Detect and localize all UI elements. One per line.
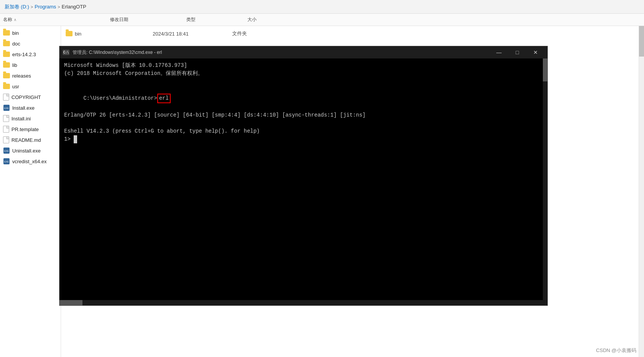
cmd-titlebar: C:\ 管理员: C:\Windows\system32\cmd.exe - e… [60, 46, 547, 58]
list-item[interactable]: README.md [0, 135, 61, 145]
breadcrumb-sep-2: > [58, 5, 60, 9]
folder-icon [3, 84, 10, 89]
file-name: usr [12, 84, 19, 89]
cmd-erlang-info: Erlang/OTP 26 [erts-14.2.3] [source] [64… [64, 111, 540, 119]
col-size-header[interactable]: 大小 [247, 16, 293, 23]
list-item[interactable]: EXE Uninstall.exe [0, 145, 61, 156]
folder-icon [3, 62, 10, 68]
file-name: lib [12, 62, 17, 68]
cmd-bottom-scrollbar-thumb [60, 300, 82, 305]
file-list: bin doc erts-14.2.3 lib releases [0, 26, 61, 357]
watermark: CSDN @小袁搬码 [596, 347, 636, 354]
folder-icon [66, 31, 73, 36]
cmd-output-line: Microsoft Windows [版本 10.0.17763.973] [64, 62, 540, 70]
folder-icon [3, 30, 10, 36]
list-item[interactable]: doc [0, 38, 61, 49]
file-icon [3, 126, 9, 133]
list-item[interactable]: COPYRIGHT [0, 92, 61, 102]
col-name-header[interactable]: 名称 ∧ [3, 16, 110, 23]
folder-icon [3, 52, 10, 57]
file-name: erts-14.2.3 [12, 52, 36, 57]
svg-text:EXE: EXE [4, 161, 9, 163]
cmd-output-line: (c) 2018 Microsoft Corporation。保留所有权利。 [64, 70, 540, 78]
breadcrumb-bar: 新加卷 (D:) > Programs > ErlangOTP [0, 0, 644, 14]
cmd-input-line: 1> [64, 135, 540, 143]
list-item[interactable]: PR.template [0, 124, 61, 135]
folder-icon [3, 41, 10, 46]
list-item[interactable]: releases [0, 70, 61, 81]
list-item[interactable]: EXE vcredist_x64.ex [0, 156, 61, 167]
cmd-title-text: 管理员: C:\Windows\system32\cmd.exe - erl [73, 49, 487, 56]
svg-text:EXE: EXE [4, 150, 9, 152]
file-name: bin [12, 30, 19, 36]
file-name: README.md [11, 137, 41, 143]
bin-name: bin [75, 31, 81, 37]
file-icon [3, 94, 9, 101]
cursor [74, 135, 77, 143]
cmd-prompt-text: C:\Users\Administrator> [83, 95, 157, 101]
folder-icon [3, 73, 10, 78]
list-item[interactable]: Install.ini [0, 113, 61, 124]
list-item[interactable]: bin [0, 28, 61, 38]
file-name: Install.ini [11, 116, 31, 122]
list-item[interactable]: lib [0, 60, 61, 70]
cmd-window: C:\ 管理员: C:\Windows\system32\cmd.exe - e… [59, 46, 548, 306]
column-headers: 名称 ∧ 修改日期 类型 大小 [0, 14, 644, 26]
close-button[interactable]: ✕ [527, 46, 544, 58]
cmd-body[interactable]: Microsoft Windows [版本 10.0.17763.973] (c… [60, 58, 547, 300]
cmd-output-line [64, 78, 540, 86]
svg-text:EXE: EXE [4, 107, 9, 109]
explorer-scrollbar[interactable] [639, 26, 644, 357]
erl-command: erl [157, 94, 171, 103]
file-name: PR.template [11, 127, 39, 132]
list-item[interactable]: erts-14.2.3 [0, 49, 61, 60]
list-item[interactable]: usr [0, 81, 61, 92]
cmd-bottom-scrollbar[interactable] [60, 300, 547, 305]
explorer-scrollbar-thumb [639, 26, 644, 57]
file-name: COPYRIGHT [11, 94, 41, 100]
bin-row: bin 2024/3/21 18:41 文件夹 [66, 28, 639, 39]
cmd-prompt-line: C:\Users\Administrator>erl [64, 86, 540, 111]
cmd-output-line [64, 119, 540, 127]
file-icon [3, 115, 9, 122]
breadcrumb-drive[interactable]: 新加卷 (D:) [5, 3, 29, 10]
file-icon [3, 136, 9, 143]
breadcrumb-current: ErlangOTP [62, 4, 86, 10]
file-name: Install.exe [12, 105, 35, 111]
col-type-header[interactable]: 类型 [186, 16, 247, 23]
cmd-app-icon: C:\ [63, 50, 69, 55]
minimize-button[interactable]: — [490, 46, 508, 58]
cmd-scrollbar[interactable] [543, 58, 547, 300]
file-name: Uninstall.exe [12, 148, 40, 154]
file-name: doc [12, 41, 20, 47]
file-name: releases [12, 73, 31, 79]
breadcrumb-programs[interactable]: Programs [35, 4, 56, 10]
maximize-button[interactable]: □ [508, 46, 526, 58]
breadcrumb-sep-1: > [31, 5, 33, 9]
cmd-scrollbar-thumb [543, 58, 547, 81]
list-item[interactable]: EXE Install.exe [0, 102, 61, 113]
bin-date: 2024/3/21 18:41 [153, 31, 229, 37]
cmd-window-controls: — □ ✕ [490, 46, 544, 58]
breadcrumb: 新加卷 (D:) > Programs > ErlangOTP [5, 3, 86, 10]
sort-arrow-icon: ∧ [14, 18, 16, 22]
exe-icon: EXE [3, 158, 10, 165]
bin-type: 文件夹 [232, 30, 293, 37]
cmd-eshell-line: Eshell V14.2.3 (press Ctrl+G to abort, t… [64, 127, 540, 135]
exe-icon: EXE [3, 104, 10, 111]
file-name: vcredist_x64.ex [12, 159, 47, 164]
exe-icon: EXE [3, 147, 10, 154]
col-date-header[interactable]: 修改日期 [110, 16, 186, 23]
